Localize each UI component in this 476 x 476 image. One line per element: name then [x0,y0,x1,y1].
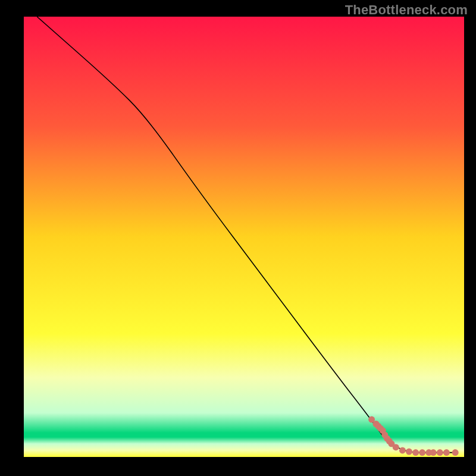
highlight-point [393,444,399,450]
highlight-point [437,449,443,456]
highlight-point [452,449,459,456]
chart-svg [24,17,464,457]
background-gradient-rect [24,17,464,457]
highlight-point [399,447,406,453]
chart-root: TheBottleneck.com [0,0,476,476]
highlight-point [406,449,412,455]
highlight-point [430,449,437,456]
watermark-text: TheBottleneck.com [345,2,468,18]
highlight-point [443,449,450,456]
highlight-point [419,449,425,456]
highlight-point [412,449,419,456]
plot-area [24,17,464,457]
